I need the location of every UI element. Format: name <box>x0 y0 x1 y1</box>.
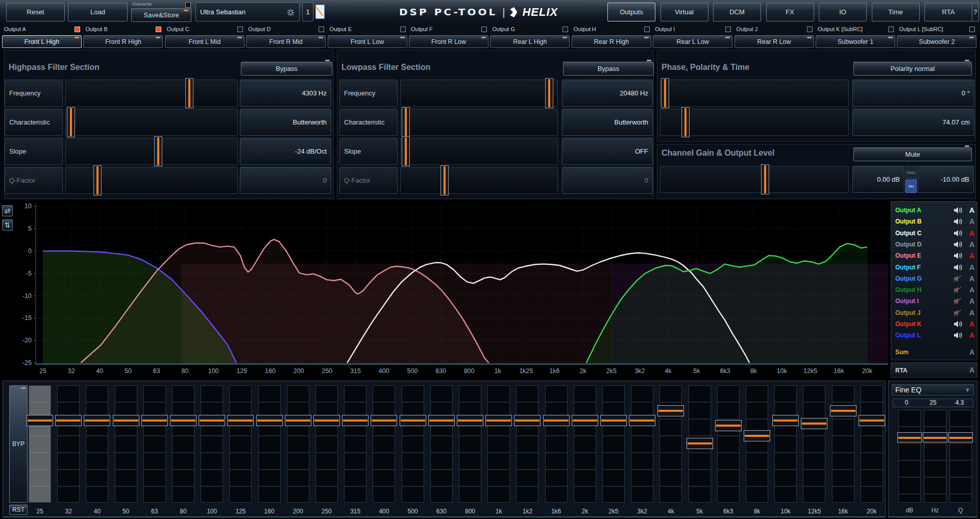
legend-row-output-a[interactable]: Output AA <box>891 205 977 216</box>
rta-a-badge[interactable]: A <box>968 366 976 374</box>
row-value[interactable]: Butterworth <box>240 109 331 136</box>
a-badge[interactable]: A <box>968 263 976 271</box>
slider-2-0-handle[interactable] <box>661 78 669 108</box>
row-value[interactable]: Butterworth <box>562 109 653 136</box>
a-badge[interactable]: A <box>968 331 976 339</box>
reset-button[interactable]: Reset <box>6 3 65 21</box>
speaker-icon[interactable] <box>953 332 963 339</box>
eq-handle-160[interactable] <box>256 415 283 426</box>
eq-track-2k5[interactable] <box>602 385 625 503</box>
eq-track-3k2[interactable] <box>631 385 653 503</box>
eq-handle-63[interactable] <box>141 415 168 426</box>
legend-row-output-h[interactable]: Output HA <box>891 284 977 295</box>
row-value[interactable]: -24 dB/Oct <box>240 138 331 165</box>
channel-tab-rear-r-high[interactable]: Rear R High <box>572 35 651 48</box>
eq-track-20k[interactable] <box>861 385 883 503</box>
eq-handle-4k[interactable] <box>657 405 684 416</box>
eq-track-10k[interactable] <box>774 385 797 503</box>
slider-1-0-track[interactable] <box>400 80 558 107</box>
eq-track-315[interactable] <box>344 385 366 503</box>
speaker-muted-icon[interactable] <box>953 275 963 282</box>
section-button-bypass[interactable]: Bypass <box>563 62 654 76</box>
rta-row[interactable]: RTA A <box>891 362 977 378</box>
channel-tab-rear-r-low[interactable]: Rear R Low <box>734 35 814 48</box>
output-checkbox-c[interactable] <box>237 27 243 32</box>
a-badge[interactable]: A <box>968 229 976 237</box>
eq-bypass-button[interactable]: BYP <box>9 385 28 503</box>
legend-row-output-d[interactable]: Output DA <box>891 239 977 250</box>
slider-1-3-track[interactable] <box>400 167 558 194</box>
legend-row-output-g[interactable]: Output GA <box>891 273 977 284</box>
slider-0-1-handle[interactable] <box>67 107 75 137</box>
eq-track-200[interactable] <box>287 385 309 503</box>
fine-eq-track-q[interactable] <box>949 410 972 503</box>
eq-handle-25[interactable] <box>27 415 53 426</box>
slider-0-0-track[interactable] <box>65 80 238 107</box>
legend-row-sum[interactable]: SumA <box>891 347 977 358</box>
speaker-icon[interactable] <box>953 252 963 259</box>
eq-handle-40[interactable] <box>84 415 110 426</box>
slider-1-0-handle[interactable] <box>545 78 553 108</box>
row-value[interactable]: 0 <box>562 167 653 194</box>
legend-row-output-i[interactable]: Output IA <box>891 295 977 307</box>
legend-row-output-f[interactable]: Output FA <box>891 262 977 273</box>
speaker-icon[interactable] <box>953 264 963 271</box>
zoom-horizontal-button[interactable]: ⇄ <box>2 205 13 216</box>
eq-track-160[interactable] <box>258 385 281 503</box>
slider-0-2-track[interactable] <box>65 138 238 165</box>
a-badge[interactable]: A <box>968 206 976 214</box>
legend-row-output-l[interactable]: Output LA <box>891 330 977 341</box>
a-badge[interactable]: A <box>968 252 976 260</box>
row-value[interactable]: 20480 Hz <box>562 80 653 107</box>
slider-0-3-handle[interactable] <box>93 165 102 195</box>
row-value[interactable]: 74.07 cm <box>852 109 974 136</box>
eq-handle-50[interactable] <box>113 415 139 426</box>
eq-handle-630[interactable] <box>428 415 455 426</box>
row-value[interactable]: 4303 Hz <box>240 80 331 107</box>
slider-1-1-track[interactable] <box>400 109 558 136</box>
eq-track-1k[interactable] <box>487 385 510 503</box>
edit-note-icon[interactable] <box>315 5 325 19</box>
slider-0-2-handle[interactable] <box>154 136 162 166</box>
main-tab-outputs[interactable]: Outputs <box>607 3 655 21</box>
eq-handle-200[interactable] <box>285 415 311 426</box>
eq-track-4k[interactable] <box>659 385 682 503</box>
eq-track-25[interactable] <box>29 385 51 503</box>
eq-handle-3k2[interactable] <box>629 415 655 426</box>
slider-2-1-handle[interactable] <box>681 107 690 137</box>
main-tab-virtual[interactable]: Virtual <box>660 3 708 21</box>
eq-handle-800[interactable] <box>457 415 483 426</box>
output-checkbox-e[interactable] <box>400 27 406 32</box>
main-tab-fx[interactable]: FX <box>766 3 814 21</box>
output-checkbox-h[interactable] <box>644 27 650 32</box>
slider-gain-track[interactable] <box>660 166 849 193</box>
eq-track-1k2[interactable] <box>516 385 538 503</box>
main-tab-time[interactable]: Time <box>872 3 920 21</box>
eq-handle-32[interactable] <box>55 415 82 426</box>
eq-track-400[interactable] <box>373 385 395 503</box>
channel-tab-front-l-mid[interactable]: Front L Mid <box>165 35 244 48</box>
zoom-vertical-button[interactable]: ⇅ <box>2 219 13 231</box>
speaker-muted-icon[interactable] <box>953 309 963 316</box>
chevron-down-icon[interactable]: ▼ <box>965 387 970 393</box>
fine-eq-db-value[interactable]: 0 <box>893 399 920 407</box>
eq-track-250[interactable] <box>315 385 338 503</box>
eq-handle-400[interactable] <box>371 415 397 426</box>
a-badge[interactable]: A <box>968 320 976 328</box>
main-tab-rta[interactable]: RTA <box>924 3 972 21</box>
eq-track-125[interactable] <box>229 385 252 503</box>
eq-handle-10k[interactable] <box>772 415 799 426</box>
slider-2-0-track[interactable] <box>660 80 849 107</box>
eq-track-2k[interactable] <box>574 385 596 503</box>
gain-value[interactable]: 0.00 dB <box>852 166 904 193</box>
fine-eq-header[interactable]: Fine EQ ▼ <box>892 384 974 396</box>
eq-handle-125[interactable] <box>227 415 254 426</box>
load-button[interactable]: Load <box>68 3 128 21</box>
speaker-icon[interactable] <box>953 320 963 328</box>
channel-tab-rear-l-high[interactable]: Rear L High <box>490 35 570 48</box>
legend-row-output-k[interactable]: Output KA <box>891 318 977 330</box>
eq-reset-button[interactable]: RST <box>9 505 28 515</box>
slider-1-2-track[interactable] <box>400 138 558 165</box>
eq-track-1k6[interactable] <box>545 385 568 503</box>
row-value[interactable]: OFF <box>562 138 653 165</box>
